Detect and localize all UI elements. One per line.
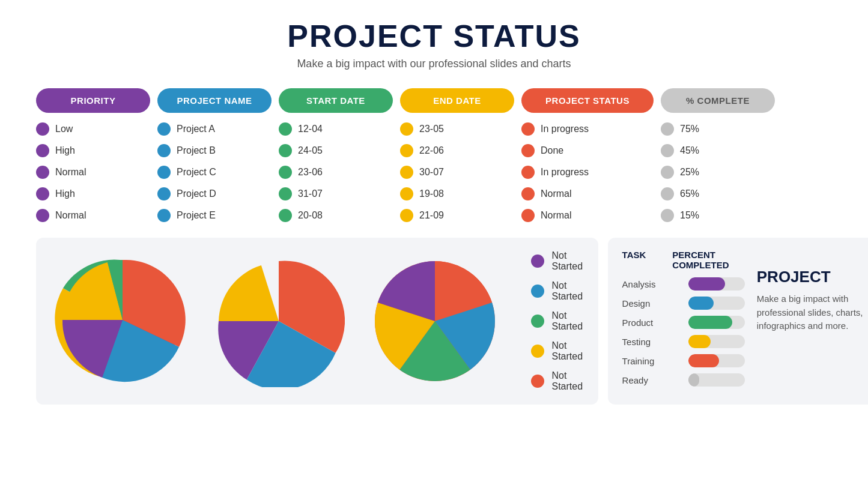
end-dot bbox=[400, 187, 413, 200]
cell-project-status: Normal bbox=[521, 187, 654, 200]
cell-complete: 25% bbox=[661, 166, 775, 179]
cell-complete: 15% bbox=[661, 209, 775, 222]
pie-card: placeholder bbox=[36, 238, 598, 405]
complete-label: 45% bbox=[680, 145, 699, 156]
start-dot bbox=[279, 187, 292, 200]
complete-label: 25% bbox=[680, 167, 699, 178]
priority-label: High bbox=[55, 145, 75, 156]
status-label: In progress bbox=[541, 167, 589, 178]
pie-slice-4 bbox=[219, 265, 279, 321]
cell-complete: 45% bbox=[661, 144, 775, 157]
cell-priority: Low bbox=[36, 122, 150, 136]
start-date-label: 24-05 bbox=[298, 145, 323, 156]
cell-start-date: 24-05 bbox=[279, 144, 393, 157]
bar-task-name: Ready bbox=[622, 375, 676, 385]
page-header: PROJECT STATUS Make a big impact with ou… bbox=[36, 18, 832, 70]
bar-header: TASK PERCENT COMPLETED bbox=[622, 250, 745, 270]
bar-track bbox=[688, 373, 745, 387]
bar-fill bbox=[688, 277, 725, 291]
table-header-row: PRIORITY PROJECT NAME START DATE END DAT… bbox=[36, 88, 832, 113]
cell-end-date: 30-07 bbox=[400, 166, 514, 179]
bar-fill bbox=[688, 316, 732, 329]
cell-priority: Normal bbox=[36, 166, 150, 179]
bar-row: Ready bbox=[622, 373, 745, 387]
cell-project-name: Project B bbox=[157, 144, 272, 157]
complete-label: 15% bbox=[680, 210, 699, 221]
end-date-label: 30-07 bbox=[419, 167, 444, 178]
priority-label: Normal bbox=[55, 167, 86, 178]
bar-task-name: Design bbox=[622, 298, 676, 309]
project-name-label: Project E bbox=[177, 210, 216, 221]
start-dot bbox=[279, 209, 292, 222]
bar-task-name: Analysis bbox=[622, 279, 676, 289]
priority-label: Low bbox=[55, 124, 73, 134]
cell-end-date: 22-06 bbox=[400, 144, 514, 157]
cell-priority: Normal bbox=[36, 209, 150, 222]
pie-chart bbox=[54, 254, 189, 388]
col-header-complete: % COMPLETE bbox=[661, 88, 775, 113]
pie-chart-visual bbox=[369, 255, 501, 387]
bar-row: Design bbox=[622, 297, 745, 310]
project-description: PROJECT Make a big impact with professio… bbox=[757, 250, 868, 393]
legend-label: Not Started bbox=[551, 280, 583, 302]
project-dot bbox=[157, 209, 171, 222]
cell-start-date: 20-08 bbox=[279, 209, 393, 222]
cell-project-name: Project A bbox=[157, 122, 272, 136]
legend-item: Not Started bbox=[531, 250, 583, 272]
legend-dot bbox=[531, 255, 544, 268]
bar-card: TASK PERCENT COMPLETED Analysis Design P… bbox=[608, 238, 868, 405]
bar-track bbox=[688, 335, 745, 348]
cell-complete: 65% bbox=[661, 187, 775, 200]
project-name-label: Project D bbox=[177, 188, 216, 199]
col-header-end-date: END DATE bbox=[400, 88, 514, 113]
priority-label: High bbox=[55, 188, 75, 199]
status-label: Done bbox=[541, 145, 563, 156]
bar-fill bbox=[688, 297, 714, 310]
bar-track bbox=[688, 316, 745, 329]
end-dot bbox=[400, 144, 413, 157]
legend-item: Not Started bbox=[531, 280, 583, 302]
project-title: PROJECT bbox=[757, 268, 868, 286]
project-name-label: Project B bbox=[177, 145, 216, 156]
end-dot bbox=[400, 122, 413, 136]
status-dot bbox=[521, 144, 535, 157]
cell-end-date: 23-05 bbox=[400, 122, 514, 136]
cell-end-date: 21-09 bbox=[400, 209, 514, 222]
bar-fill bbox=[688, 373, 700, 387]
end-date-label: 23-05 bbox=[419, 124, 444, 134]
legend-item: Not Started bbox=[531, 370, 583, 392]
priority-dot bbox=[36, 122, 49, 136]
project-dot bbox=[157, 187, 171, 200]
page-subtitle: Make a big impact with our professional … bbox=[36, 58, 832, 70]
complete-dot bbox=[661, 122, 674, 136]
start-date-label: 23-06 bbox=[298, 167, 323, 178]
bar-row: Testing bbox=[622, 335, 745, 348]
cell-priority: High bbox=[36, 144, 150, 157]
pie-chart-svg bbox=[369, 255, 501, 387]
bar-task-name: Product bbox=[622, 318, 676, 328]
bar-fill bbox=[688, 335, 711, 348]
cell-start-date: 31-07 bbox=[279, 187, 393, 200]
legend-dot bbox=[531, 375, 544, 388]
status-dot bbox=[521, 187, 535, 200]
project-name-label: Project A bbox=[177, 124, 215, 134]
project-text: Make a big impact with professional slid… bbox=[757, 292, 868, 333]
bar-percent-header: PERCENT COMPLETED bbox=[672, 250, 744, 270]
legend-item: Not Started bbox=[531, 340, 583, 362]
start-date-label: 20-08 bbox=[298, 210, 323, 221]
status-label: Normal bbox=[541, 210, 572, 221]
bar-row: Product bbox=[622, 316, 745, 329]
end-dot bbox=[400, 166, 413, 179]
status-dot bbox=[521, 166, 535, 179]
legend-label: Not Started bbox=[551, 340, 583, 362]
project-dot bbox=[157, 144, 171, 157]
cell-start-date: 23-06 bbox=[279, 166, 393, 179]
status-label: In progress bbox=[541, 124, 589, 134]
cell-project-status: Done bbox=[521, 144, 654, 157]
complete-label: 75% bbox=[680, 124, 699, 134]
table-rows: Low Project A 12-04 23-05 In progress 75… bbox=[36, 119, 832, 226]
page-title: PROJECT STATUS bbox=[36, 18, 832, 54]
project-dot bbox=[157, 166, 171, 179]
table-section: PRIORITY PROJECT NAME START DATE END DAT… bbox=[36, 88, 832, 226]
cell-start-date: 12-04 bbox=[279, 122, 393, 136]
